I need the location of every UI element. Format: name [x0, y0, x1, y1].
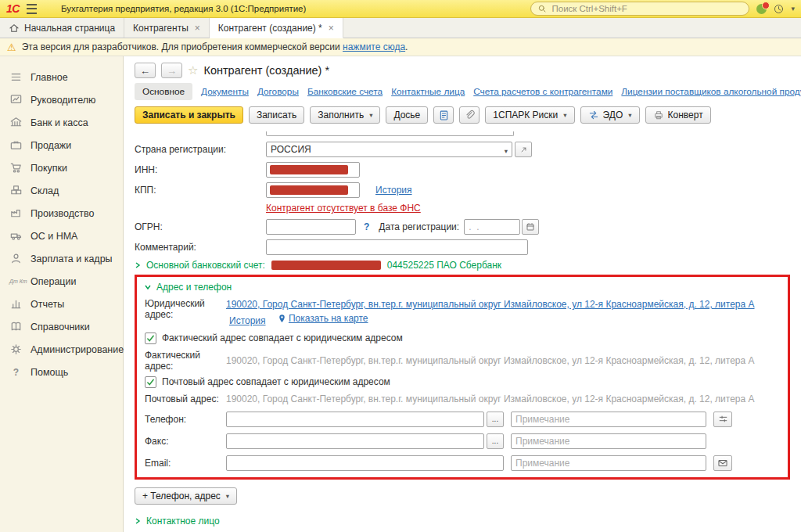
fill-button[interactable]: Заполнить▾	[310, 106, 380, 124]
fax-input[interactable]	[226, 433, 484, 449]
sidebar-item-glavnoe[interactable]: Главное	[0, 66, 123, 88]
inn-input[interactable]	[266, 162, 360, 178]
back-button[interactable]: ←	[135, 63, 156, 78]
tab-kontragenty[interactable]: Контрагенты ×	[124, 18, 210, 38]
add-phone-address-button[interactable]: + Телефон, адрес ▾	[135, 487, 237, 505]
chevron-down-icon[interactable]: ▾	[505, 147, 508, 155]
close-icon[interactable]: ×	[195, 23, 200, 34]
comment-input[interactable]	[266, 239, 528, 255]
checkbox-label: Фактический адрес совпадает с юридически…	[162, 332, 403, 343]
menu-icon	[9, 70, 23, 84]
redacted-value	[270, 165, 348, 174]
ogrn-input[interactable]	[266, 219, 356, 235]
chevron-down-icon[interactable]: ▾	[791, 5, 795, 13]
sidebar-item-sklad[interactable]: Склад	[0, 179, 123, 202]
chevron-down-icon: ▾	[563, 111, 566, 119]
save-button[interactable]: Записать	[249, 106, 304, 124]
fax-note-input[interactable]	[511, 433, 706, 449]
fax-more-button[interactable]: ...	[487, 433, 504, 449]
forward-button[interactable]: →	[161, 63, 182, 78]
reg-date-label: Дата регистрации:	[379, 221, 459, 232]
contact-person-section[interactable]: Контактное лицо	[135, 516, 801, 527]
tab-dokumenty[interactable]: Документы	[201, 86, 249, 97]
field-legal-address: Юридический адрес: 190020, Город Санкт-П…	[145, 297, 780, 328]
field-inn: ИНН:	[135, 162, 801, 178]
1c-logo: 1С	[6, 2, 20, 15]
kpp-input[interactable]	[266, 182, 360, 198]
tab-licenzii[interactable]: Лицензии поставщиков алкогольной продукц…	[621, 86, 801, 97]
tab-bankovskie-scheta[interactable]: Банковские счета	[307, 86, 383, 97]
phone-more-button[interactable]: ...	[487, 412, 504, 427]
printer-icon	[653, 110, 664, 120]
email-input[interactable]	[226, 455, 504, 471]
sidebar-item-spravochniki[interactable]: Справочники	[0, 315, 123, 338]
save-close-button[interactable]: Записать и закрыть	[135, 106, 243, 124]
dossier-button[interactable]: Досье	[386, 106, 428, 124]
tab-kontaktnye-lica[interactable]: Контактные лица	[391, 86, 465, 97]
phone-settings-button[interactable]	[713, 412, 732, 427]
home-icon	[9, 23, 20, 34]
field-label: Фактический адрес:	[145, 350, 226, 372]
sidebar-item-rukovoditelyu[interactable]: Руководителю	[0, 88, 123, 111]
reg-date-input[interactable]	[464, 219, 520, 235]
fns-warning-link[interactable]: Контрагент отсутствует в базе ФНС	[266, 203, 421, 214]
ogrn-hint-link[interactable]: ?	[364, 221, 369, 232]
sidebar-item-os-i-nma[interactable]: ОС и НМА	[0, 225, 123, 247]
document-icon	[438, 110, 450, 121]
sidebar-item-pokupki[interactable]: Покупки	[0, 156, 123, 179]
book-icon	[9, 320, 23, 333]
tab-kontragent-create[interactable]: Контрагент (создание) * ×	[210, 18, 343, 38]
main-menu-icon[interactable]	[27, 4, 37, 14]
warning-text: Эта версия для разработчиков. Для приобр…	[22, 41, 408, 52]
open-country-button[interactable]	[515, 142, 532, 157]
field-email: Email:	[145, 455, 780, 471]
tab-dogovory[interactable]: Договоры	[257, 86, 299, 97]
fact-equals-legal-checkbox[interactable]: Фактический адрес совпадает с юридически…	[145, 332, 780, 344]
email-note-input[interactable]	[511, 455, 706, 471]
tab-scheta-raschetov[interactable]: Счета расчетов с контрагентами	[473, 86, 612, 97]
notifications-icon[interactable]	[756, 4, 767, 14]
send-email-button[interactable]	[713, 455, 732, 471]
history-icon[interactable]	[774, 4, 784, 14]
show-on-map[interactable]: Показать на карте	[278, 311, 368, 325]
envelope-print-button[interactable]: Конверт	[645, 106, 711, 124]
field-post-address: Почтовый адрес: 190020, Город Санкт-Пете…	[145, 394, 780, 404]
buy-commercial-link[interactable]: нажмите сюда	[343, 41, 405, 52]
sidebar-item-administrirovanie[interactable]: Администрирование	[0, 338, 123, 361]
chevron-down-icon	[145, 284, 151, 290]
tab-label: Контрагенты	[133, 23, 189, 34]
sidebar-item-zarplata-i-kadry[interactable]: Зарплата и кадры	[0, 247, 123, 270]
sidebar-item-bank-i-kassa[interactable]: Банк и касса	[0, 111, 123, 134]
sidebar-item-otchety[interactable]: Отчеты	[0, 293, 123, 315]
checkbox-label: Почтовый адрес совпадает с юридическим а…	[162, 376, 390, 387]
post-equals-legal-checkbox[interactable]: Почтовый адрес совпадает с юридическим а…	[145, 376, 780, 388]
report-document-button[interactable]	[433, 106, 454, 124]
cart-icon	[9, 161, 23, 174]
favorite-star-icon[interactable]: ☆	[188, 63, 198, 77]
address-phone-section[interactable]: Адрес и телефон	[145, 282, 780, 293]
kpp-history-link[interactable]: История	[375, 185, 412, 196]
phone-input[interactable]	[226, 412, 484, 427]
global-search[interactable]: Поиск Ctrl+Shift+F	[530, 2, 749, 16]
bank-account-section[interactable]: Основной банковский счет:	[135, 260, 265, 271]
tab-home[interactable]: Начальная страница	[0, 18, 124, 38]
attachments-button[interactable]	[459, 106, 480, 124]
checkbox[interactable]	[145, 376, 156, 388]
edo-button[interactable]: ЭДО▾	[580, 106, 640, 124]
close-icon[interactable]: ×	[329, 23, 334, 34]
sidebar-item-pomosch[interactable]: ? Помощь	[0, 361, 123, 383]
address-history-link[interactable]: История	[229, 315, 266, 326]
calendar-button[interactable]	[522, 219, 539, 235]
sidebar-item-prodazhi[interactable]: Продажи	[0, 134, 123, 156]
spark-risks-button[interactable]: 1СПАРК Риски▾	[485, 106, 574, 124]
map-pin-icon	[278, 314, 286, 324]
fact-address-value: 190020, Город Санкт-Петербург, вн.тер.г.…	[226, 355, 755, 366]
field-comment: Комментарий:	[135, 239, 801, 255]
sidebar-item-operacii[interactable]: Дт Кт Операции	[0, 270, 123, 293]
sidebar-item-proizvodstvo[interactable]: Производство	[0, 202, 123, 225]
tab-osnovnoe[interactable]: Основное	[135, 83, 192, 100]
legal-address-link[interactable]: 190020, Город Санкт-Петербург, вн.тер.г.…	[226, 299, 755, 310]
country-input[interactable]	[266, 142, 512, 157]
phone-note-input[interactable]	[511, 412, 706, 427]
checkbox[interactable]	[145, 332, 156, 344]
